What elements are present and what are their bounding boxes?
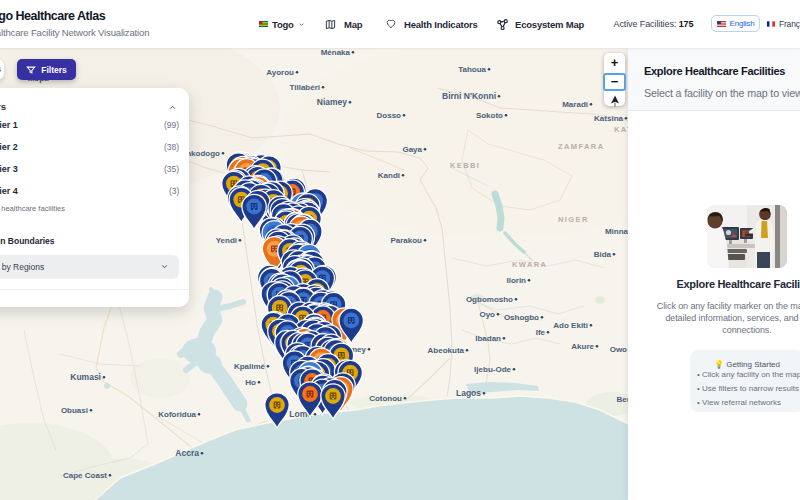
svg-text:Ife: Ife: [536, 328, 546, 337]
svg-text:Yendi: Yendi: [216, 236, 237, 245]
svg-text:Maradi: Maradi: [562, 100, 588, 109]
svg-text:Kpalimé: Kpalimé: [234, 362, 266, 371]
svg-text:Benin City: Benin City: [616, 395, 628, 404]
svg-text:Ado Ekiti: Ado Ekiti: [553, 321, 588, 330]
svg-text:Koforidua: Koforidua: [158, 410, 196, 419]
svg-text:Ijebu-Ode: Ijebu-Ode: [474, 365, 511, 374]
svg-text:Tillabéri: Tillabéri: [289, 83, 320, 92]
svg-text:Niamey: Niamey: [317, 97, 348, 107]
svg-text:Oyo: Oyo: [479, 310, 495, 319]
svg-text:Owo: Owo: [610, 345, 627, 354]
svg-text:Ménaka: Ménaka: [321, 48, 351, 57]
svg-text:Parakou: Parakou: [390, 236, 422, 245]
svg-text:Kumasi: Kumasi: [70, 372, 101, 382]
svg-text:Ilorin: Ilorin: [506, 276, 526, 285]
svg-text:Katsina: Katsina: [594, 114, 623, 123]
svg-text:Ibadan: Ibadan: [475, 334, 501, 343]
svg-text:Oshogbo: Oshogbo: [504, 313, 539, 322]
svg-text:KATSINA: KATSINA: [614, 125, 628, 134]
svg-text:Cotonou: Cotonou: [369, 394, 402, 403]
svg-text:Ayorou: Ayorou: [266, 68, 294, 77]
svg-text:ZAMFARA: ZAMFARA: [558, 142, 604, 151]
svg-text:Kandi: Kandi: [378, 171, 400, 180]
svg-text:Tahoua: Tahoua: [458, 65, 486, 74]
svg-text:Lagos: Lagos: [456, 388, 481, 398]
svg-text:Bida: Bida: [594, 250, 612, 259]
svg-text:Dosso: Dosso: [377, 111, 402, 120]
svg-text:NIGER: NIGER: [558, 215, 589, 224]
svg-text:Gaya: Gaya: [402, 145, 422, 154]
svg-text:Obuasi: Obuasi: [61, 406, 88, 415]
svg-text:KWARA: KWARA: [512, 260, 547, 269]
svg-text:Cape Coast: Cape Coast: [63, 471, 107, 480]
svg-text:KEBBI: KEBBI: [450, 161, 480, 170]
svg-text:Birni N'Konni: Birni N'Konni: [442, 91, 496, 101]
svg-text:Ogbomosho: Ogbomosho: [466, 295, 513, 304]
svg-text:Ho: Ho: [245, 378, 256, 387]
svg-text:Accra: Accra: [175, 448, 199, 458]
svg-text:Sokoto: Sokoto: [476, 111, 503, 120]
svg-text:Akure: Akure: [571, 342, 594, 351]
svg-text:Minna: Minna: [605, 227, 628, 236]
svg-text:Abeokuta: Abeokuta: [428, 346, 465, 355]
